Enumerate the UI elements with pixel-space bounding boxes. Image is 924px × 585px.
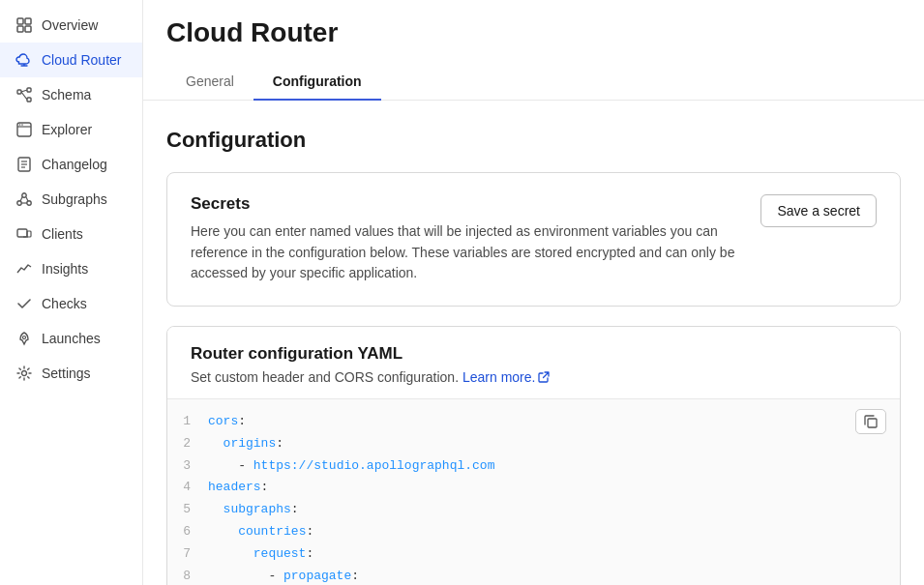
svg-line-10 [21, 92, 27, 100]
page-title: Cloud Router [166, 17, 901, 48]
yaml-card-title: Router configuration YAML [191, 344, 877, 364]
secrets-card: Secrets Here you can enter named values … [166, 172, 901, 307]
svg-rect-8 [27, 98, 31, 102]
cloud-router-icon [15, 51, 33, 69]
svg-point-21 [27, 201, 31, 205]
sidebar-item-label: Subgraphs [42, 191, 107, 207]
sidebar-item-settings[interactable]: Settings [0, 356, 142, 391]
sidebar-item-checks[interactable]: Checks [0, 286, 142, 321]
svg-point-29 [22, 371, 27, 376]
code-block: 1 cors: 2 origins: 3 - https://studio.ap… [167, 398, 900, 585]
sidebar-item-insights[interactable]: Insights [0, 251, 142, 286]
sidebar-item-label: Explorer [42, 122, 92, 137]
learn-more-link[interactable]: Learn more. [462, 369, 550, 385]
page-header: Cloud Router General Configuration [143, 0, 924, 101]
svg-rect-2 [17, 26, 23, 32]
sidebar: Overview Cloud Router Schema [0, 0, 143, 585]
sidebar-item-overview[interactable]: Overview [0, 8, 142, 43]
explorer-icon [15, 121, 33, 138]
settings-icon [15, 365, 33, 382]
svg-rect-25 [17, 229, 27, 237]
svg-line-22 [20, 197, 22, 202]
code-line-5: 5 subgraphs: [167, 499, 900, 521]
save-secret-button[interactable]: Save a secret [760, 194, 877, 227]
secrets-title: Secrets [191, 194, 745, 214]
sidebar-item-label: Changelog [42, 157, 107, 172]
launches-icon [15, 330, 33, 347]
sidebar-item-schema[interactable]: Schema [0, 77, 142, 112]
sidebar-item-label: Clients [42, 226, 83, 242]
clients-icon [15, 225, 33, 243]
overview-icon [15, 16, 33, 34]
copy-button[interactable] [855, 409, 886, 434]
code-line-4: 4 headers: [167, 477, 900, 499]
sidebar-item-label: Overview [42, 17, 98, 33]
svg-rect-7 [27, 88, 31, 92]
code-lines: 1 cors: 2 origins: 3 - https://studio.ap… [167, 411, 900, 585]
yaml-card: Router configuration YAML Set custom hea… [166, 326, 901, 585]
content-area: Configuration Secrets Here you can enter… [143, 101, 924, 585]
sidebar-item-subgraphs[interactable]: Subgraphs [0, 182, 142, 217]
sidebar-item-clients[interactable]: Clients [0, 217, 142, 251]
svg-rect-30 [868, 419, 877, 427]
svg-rect-27 [27, 231, 31, 237]
tab-bar: General Configuration [166, 64, 901, 100]
svg-rect-3 [25, 26, 31, 32]
svg-point-14 [21, 124, 23, 126]
svg-point-28 [23, 336, 26, 339]
sidebar-item-label: Checks [42, 296, 87, 311]
yaml-card-description: Set custom header and CORS configuration… [191, 369, 877, 385]
tab-configuration[interactable]: Configuration [253, 64, 381, 101]
svg-line-9 [21, 90, 27, 92]
sidebar-item-explorer[interactable]: Explorer [0, 112, 142, 147]
sidebar-item-label: Cloud Router [42, 52, 122, 68]
svg-rect-1 [25, 18, 31, 24]
svg-line-23 [26, 197, 28, 202]
checks-icon [15, 295, 33, 312]
code-line-3: 3 - https://studio.apollographql.com [167, 455, 900, 478]
sidebar-item-label: Settings [42, 366, 91, 381]
code-line-2: 2 origins: [167, 433, 900, 455]
subgraphs-icon [15, 190, 33, 208]
svg-rect-0 [17, 18, 23, 24]
main-content: Cloud Router General Configuration Confi… [143, 0, 924, 585]
code-line-7: 7 request: [167, 543, 900, 566]
insights-icon [15, 260, 33, 278]
sidebar-item-label: Launches [42, 331, 101, 346]
schema-icon [15, 86, 33, 103]
svg-point-13 [19, 124, 21, 126]
code-line-1: 1 cors: [167, 411, 900, 433]
code-line-8: 8 - propagate: [167, 566, 900, 585]
svg-point-20 [17, 201, 21, 205]
yaml-card-header: Router configuration YAML Set custom hea… [167, 327, 900, 398]
svg-point-19 [22, 193, 26, 197]
code-line-6: 6 countries: [167, 521, 900, 543]
sidebar-item-cloud-router[interactable]: Cloud Router [0, 43, 142, 77]
sidebar-item-launches[interactable]: Launches [0, 321, 142, 356]
tab-general[interactable]: General [166, 64, 253, 101]
sidebar-item-label: Schema [42, 87, 91, 102]
changelog-icon [15, 156, 33, 173]
sidebar-item-changelog[interactable]: Changelog [0, 147, 142, 182]
content-title: Configuration [166, 128, 901, 153]
svg-rect-6 [17, 90, 21, 94]
secrets-description: Here you can enter named values that wil… [191, 221, 745, 284]
secrets-text-block: Secrets Here you can enter named values … [191, 194, 745, 284]
sidebar-item-label: Insights [42, 261, 88, 277]
